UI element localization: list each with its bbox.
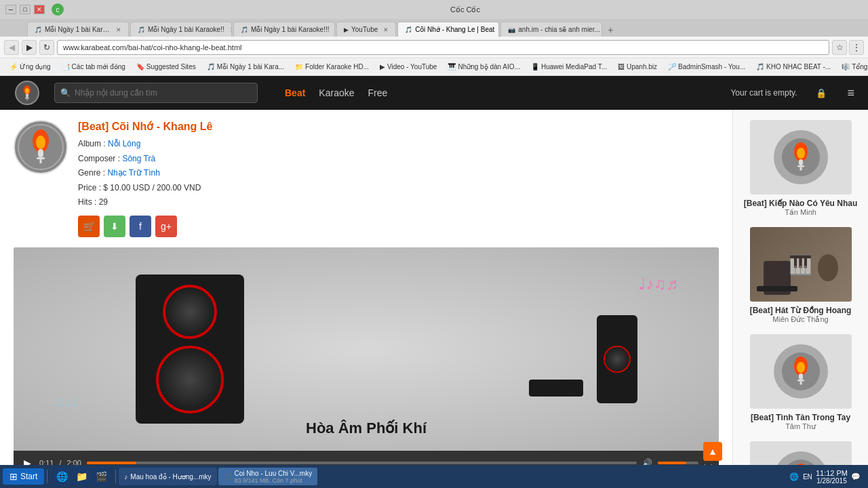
taskbar-items: ♪ Mau hoa đỏ - Hương...mky 🎵 Coi Nho - L… bbox=[119, 468, 783, 485]
tab-5-active[interactable]: 🎵 Cõi Nhớ - Khang Le | Beat ✕ bbox=[397, 22, 499, 37]
maximize-btn[interactable]: □ bbox=[20, 5, 31, 14]
tab-4[interactable]: ▶ YouTube ✕ bbox=[336, 22, 396, 37]
sidebar-item-3[interactable]: [Beat] Tình Tàn Trong Tay Tâm Thư bbox=[740, 334, 861, 431]
tab-close-3[interactable]: ✕ bbox=[335, 26, 336, 33]
nav-bar: ◀ ▶ ↻ ☆ ⋮ bbox=[0, 37, 868, 58]
sidebar-item-2[interactable]: 🎹 [Beat] Hát Từ Đồng Hoang Miên Đức Thắn… bbox=[740, 227, 861, 324]
hamburger-menu[interactable]: ≡ bbox=[847, 86, 854, 100]
lock-icon: 🔒 bbox=[816, 88, 827, 98]
search-icon: 🔍 bbox=[60, 88, 71, 98]
video-screen: ♩♪♫♬ ♫♪♩ Hòa Âm Phối Khí bbox=[14, 247, 719, 451]
svg-rect-3 bbox=[26, 94, 28, 98]
bookmark-tong[interactable]: 🎼 Tổng hợp nhạc Beat... bbox=[837, 62, 868, 72]
tab-1[interactable]: 🎵 Mỗi Ngày 1 bài Karaoke! ✕ bbox=[27, 22, 129, 37]
search-input[interactable] bbox=[75, 88, 252, 98]
bookmark-apps[interactable]: ⚡ Ứng dụng bbox=[5, 62, 55, 72]
genre-link[interactable]: Nhạc Trữ Tình bbox=[107, 168, 159, 178]
sidebar-thumb-3 bbox=[750, 334, 852, 409]
star-btn[interactable]: ☆ bbox=[832, 40, 847, 55]
taskbar-folder-icon[interactable]: 📁 bbox=[73, 468, 90, 485]
bookmark-kho[interactable]: 🎵 KHO NHAC BEAT -... bbox=[752, 62, 835, 72]
bookmark-upanh[interactable]: 🖼 Upanh.biz bbox=[614, 62, 661, 72]
start-btn[interactable]: ⊞ Start bbox=[3, 468, 44, 485]
bookmark-tabs[interactable]: 📑 Các tab mới đồng bbox=[58, 62, 130, 72]
sidebar-thumb-2: 🎹 bbox=[750, 227, 852, 302]
nav-free[interactable]: Free bbox=[368, 87, 388, 98]
taskbar-media-icon[interactable]: 🎬 bbox=[92, 468, 110, 485]
svg-rect-16 bbox=[797, 165, 804, 167]
facebook-share-btn[interactable]: f bbox=[130, 216, 151, 237]
bookmark-sites[interactable]: 🔖 Suggested Sites bbox=[132, 62, 200, 72]
menu-btn[interactable]: ⋮ bbox=[849, 40, 864, 55]
bookmark-aio[interactable]: 🎹 Những bộ dàn AIO... bbox=[443, 62, 524, 72]
browser-title: Cốc Cốc bbox=[66, 5, 864, 14]
bookmark-badmin[interactable]: 🏸 BadminSmash - You... bbox=[664, 62, 749, 72]
download-btn[interactable]: ⬇ bbox=[104, 216, 125, 237]
taskbar-ie-icon[interactable]: 🌐 bbox=[53, 468, 71, 485]
page-content: 🔍 Beat Karaoke Free Your cart is empty. … bbox=[0, 76, 868, 474]
svg-rect-15 bbox=[799, 159, 803, 165]
svg-rect-5 bbox=[27, 99, 28, 101]
tray-network-icon: 🌐 bbox=[789, 471, 800, 482]
scroll-top-btn[interactable]: ▲ bbox=[703, 442, 722, 461]
search-box[interactable]: 🔍 bbox=[54, 83, 258, 103]
tray-notification[interactable]: 💬 bbox=[850, 471, 861, 482]
song-thumbnail bbox=[14, 120, 68, 174]
tab-2[interactable]: 🎵 Mỗi Ngày 1 bài Karaoke!! ✕ bbox=[130, 22, 232, 37]
sidebar-item-title-2: [Beat] Hát Từ Đồng Hoang bbox=[740, 306, 861, 315]
bookmark-huawei[interactable]: 📱 Huawei MediaPad T... bbox=[527, 62, 611, 72]
sidebar-item-artist-1: Tấn Minh bbox=[740, 208, 861, 217]
sidebar-item-1[interactable]: [Beat] Kiếp Nào Có Yêu Nhau Tấn Minh bbox=[740, 120, 861, 217]
bookmark-karaoke[interactable]: 🎵 Mỗi Ngày 1 bài Kara... bbox=[203, 62, 288, 72]
album-link[interactable]: Nỗi Lòng bbox=[108, 139, 140, 148]
sidebar-item-artist-3: Tâm Thư bbox=[740, 422, 861, 431]
speaker-grille-bottom bbox=[156, 346, 224, 413]
svg-point-14 bbox=[797, 148, 805, 159]
song-actions: 🛒 ⬇ f g+ bbox=[78, 216, 719, 237]
tab-close-1[interactable]: ✕ bbox=[116, 26, 121, 33]
svg-rect-10 bbox=[37, 157, 45, 159]
add-to-cart-btn[interactable]: 🛒 bbox=[78, 216, 100, 237]
taskbar-item-2[interactable]: 🎵 Coi Nho - Luu Chi V...mky 83.9/141 MB,… bbox=[218, 468, 318, 485]
url-bar[interactable] bbox=[57, 40, 829, 55]
music-notes-right: ♩♪♫♬ bbox=[638, 274, 678, 293]
song-info: [Beat] Cõi Nhớ - Khang Lê Album : Nỗi Lò… bbox=[78, 120, 719, 237]
tab-close-2[interactable]: ✕ bbox=[230, 26, 232, 33]
taskbar: ⊞ Start 🌐 📁 🎬 ♪ Mau hoa đỏ - Hương...mky… bbox=[0, 465, 868, 488]
forward-btn[interactable]: ▶ bbox=[22, 40, 37, 55]
tab-close-4[interactable]: ✕ bbox=[383, 26, 389, 33]
cart-info: Your cart is empty. bbox=[730, 88, 797, 98]
composer-link[interactable]: Sông Trà bbox=[122, 154, 155, 163]
nav-karaoke[interactable]: Karaoke bbox=[319, 87, 354, 98]
volume-bar[interactable] bbox=[658, 462, 698, 464]
bookmark-yt[interactable]: ▶ Video - YouTube bbox=[376, 62, 441, 72]
tab-3[interactable]: 🎵 Mỗi Ngày 1 bài Karaoke!!! ✕ bbox=[233, 22, 335, 37]
close-btn[interactable]: ✕ bbox=[34, 5, 45, 14]
site-nav: Beat Karaoke Free bbox=[285, 87, 387, 98]
sidebar-item-artist-2: Miên Đức Thắng bbox=[740, 315, 861, 324]
progress-bar[interactable] bbox=[87, 462, 637, 464]
reload-btn[interactable]: ↻ bbox=[39, 40, 54, 55]
site-logo[interactable] bbox=[14, 79, 41, 106]
minimize-btn[interactable]: ─ bbox=[5, 5, 16, 14]
progress-fill bbox=[87, 462, 136, 464]
browser-frame: ─ □ ✕ c Cốc Cốc 🎵 Mỗi Ngày 1 bài Karaoke… bbox=[0, 0, 868, 76]
taskbar-item-1[interactable]: ♪ Mau hoa đỏ - Hương...mky bbox=[119, 468, 216, 485]
hits-value: 29 bbox=[99, 197, 108, 207]
tray-clock: 11:12 PM 1/28/2015 bbox=[816, 469, 848, 485]
tab-6[interactable]: 📷 anh.im - chia sẽ anh mier... ✕ bbox=[500, 22, 602, 37]
new-tab-btn[interactable]: + bbox=[604, 23, 617, 37]
google-share-btn[interactable]: g+ bbox=[155, 216, 177, 237]
svg-rect-9 bbox=[38, 149, 43, 157]
speaker-small-grille bbox=[604, 346, 631, 373]
bookmark-folder[interactable]: 📁 Folder Karaoke HD... bbox=[291, 62, 373, 72]
svg-rect-22 bbox=[797, 380, 804, 382]
back-btn[interactable]: ◀ bbox=[4, 40, 19, 55]
nav-beat[interactable]: Beat bbox=[285, 87, 305, 98]
sidebar: [Beat] Kiếp Nào Có Yêu Nhau Tấn Minh 🎹 [… bbox=[732, 110, 868, 474]
speaker-grille-top bbox=[163, 285, 217, 339]
tray-lang[interactable]: EN bbox=[802, 471, 813, 482]
titlebar: ─ □ ✕ c Cốc Cốc bbox=[0, 0, 868, 19]
music-notes-left: ♫♪♩ bbox=[54, 394, 77, 410]
logo-icon bbox=[18, 83, 37, 102]
